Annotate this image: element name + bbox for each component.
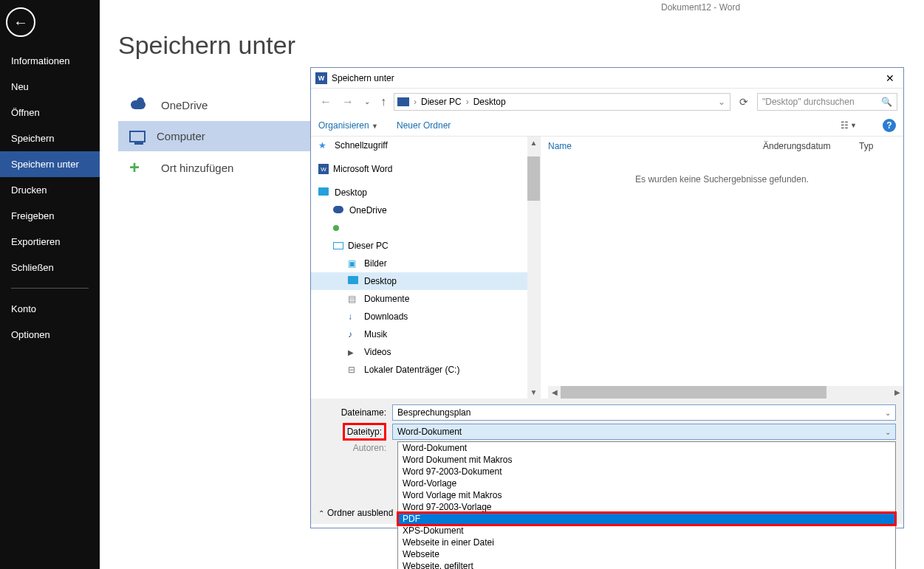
filetype-value: Word-Dokument xyxy=(397,427,462,437)
filetype-dropdown[interactable]: Word-Dokument Word Dokument mit Makros W… xyxy=(397,441,896,569)
tree-dokumente[interactable]: Dokumente xyxy=(311,290,540,308)
cloud-icon xyxy=(129,97,150,112)
tree-bilder[interactable]: Bilder xyxy=(311,255,540,272)
hide-folders-button[interactable]: ⌃ Ordner ausblend xyxy=(318,508,393,518)
filetype-option[interactable]: Word-Vorlage xyxy=(398,477,895,489)
filetype-option[interactable]: Webseite in einer Datei xyxy=(398,537,895,548)
filename-value: Besprechungsplan xyxy=(397,407,470,418)
no-results-text: Es wurden keine Suchergebnisse gefunden. xyxy=(541,174,903,185)
breadcrumb-item[interactable]: Dieser PC xyxy=(421,97,462,107)
music-icon xyxy=(348,329,360,339)
nav-recent-icon[interactable]: ⌄ xyxy=(361,96,373,107)
chevron-down-icon[interactable]: ⌄ xyxy=(716,97,727,107)
filetype-option-pdf[interactable]: PDF xyxy=(398,513,895,525)
sidebar-item-drucken[interactable]: Drucken xyxy=(0,177,100,203)
breadcrumb-item[interactable]: Desktop xyxy=(473,97,506,107)
scroll-right-icon[interactable]: ▶ xyxy=(891,386,903,399)
tree-onedrive[interactable]: OneDrive xyxy=(311,201,540,219)
tree-dieserpc[interactable]: Dieser PC xyxy=(311,237,540,255)
chevron-down-icon: ▼ xyxy=(372,123,378,130)
location-computer[interactable]: Computer xyxy=(118,121,310,151)
filename-label: Dateiname: xyxy=(318,407,392,418)
tree-downloads[interactable]: Downloads xyxy=(311,308,540,325)
filetype-label: Dateityp: xyxy=(318,427,392,437)
sidebar-item-freigeben[interactable]: Freigeben xyxy=(0,203,100,229)
close-icon[interactable]: ✕ xyxy=(881,72,899,84)
filename-row: Dateiname: Besprechungsplan ⌄ xyxy=(318,404,896,421)
tree-msword[interactable]: WMicrosoft Word xyxy=(311,160,540,178)
filetype-row: Dateityp: Word-Dokument ⌄ xyxy=(318,424,896,440)
sidebar-item-exportieren[interactable]: Exportieren xyxy=(0,229,100,255)
sidebar-item-optionen[interactable]: Optionen xyxy=(0,322,100,348)
download-icon xyxy=(348,311,360,322)
sidebar-item-konto[interactable]: Konto xyxy=(0,296,100,322)
filetype-option[interactable]: Webseite, gefiltert xyxy=(398,560,895,569)
dialog-titlebar: W Speichern unter ✕ xyxy=(311,68,903,89)
chevron-up-icon: ⌃ xyxy=(318,509,324,517)
scrollbar-thumb[interactable] xyxy=(527,156,540,201)
page-heading: Speichern unter xyxy=(118,31,295,60)
tree-desktop[interactable]: Desktop xyxy=(311,184,540,201)
scroll-left-icon[interactable]: ◀ xyxy=(548,386,561,399)
sidebar-item-schliessen[interactable]: Schließen xyxy=(0,255,100,280)
location-onedrive[interactable]: OneDrive xyxy=(118,89,310,121)
tree-schnellzugriff[interactable]: Schnellzugriff xyxy=(311,137,540,154)
view-options-button[interactable]: ☷ ▼ xyxy=(841,120,857,131)
scrollbar-track[interactable] xyxy=(561,386,891,399)
nav-forward-icon[interactable]: → xyxy=(339,94,357,110)
tree-musik[interactable]: Musik xyxy=(311,325,540,343)
documents-icon xyxy=(348,294,360,304)
organize-button[interactable]: Organisieren ▼ xyxy=(318,120,378,131)
sidebar-item-speichern[interactable]: Speichern xyxy=(0,125,100,151)
backstage-sidebar: Informationen Neu Öffnen Speichern Speic… xyxy=(0,0,100,569)
folder-icon xyxy=(348,276,360,286)
sidebar-item-speichern-unter[interactable]: Speichern unter xyxy=(0,151,100,177)
col-date[interactable]: Änderungsdatum xyxy=(763,141,859,151)
folder-icon xyxy=(318,187,330,198)
nav-up-icon[interactable]: ↑ xyxy=(377,94,389,110)
scroll-up-icon[interactable]: ▲ xyxy=(527,137,540,149)
scroll-down-icon[interactable]: ▼ xyxy=(527,386,540,399)
filetype-option[interactable]: Word 97-2003-Vorlage xyxy=(398,501,895,513)
sidebar-item-neu[interactable]: Neu xyxy=(0,74,100,100)
filetype-option[interactable]: Word-Dokument xyxy=(398,442,895,454)
sidebar-item-oeffnen[interactable]: Öffnen xyxy=(0,100,100,125)
pc-icon xyxy=(397,97,409,106)
filetype-option[interactable]: Word 97-2003-Dokument xyxy=(398,466,895,477)
video-icon xyxy=(348,347,360,357)
location-label: Ort hinzufügen xyxy=(161,162,233,174)
filetype-option[interactable]: XPS-Dokument xyxy=(398,525,895,537)
nav-back-icon[interactable]: ← xyxy=(317,94,335,110)
col-name[interactable]: Name xyxy=(548,141,763,151)
tree-videos[interactable]: Videos xyxy=(311,343,540,361)
tree-localdisk[interactable]: Lokaler Datenträger (C:) xyxy=(311,361,540,379)
filetype-option[interactable]: Word Dokument mit Makros xyxy=(398,454,895,466)
filetype-option[interactable]: Word Vorlage mit Makros xyxy=(398,489,895,501)
breadcrumb[interactable]: › Dieser PC › Desktop ⌄ xyxy=(394,93,730,111)
refresh-icon[interactable]: ⟳ xyxy=(735,96,753,108)
filetype-select[interactable]: Word-Dokument ⌄ xyxy=(392,424,896,440)
tree-desktop2[interactable]: Desktop xyxy=(311,272,540,290)
sidebar-item-informationen[interactable]: Informationen xyxy=(0,48,100,74)
location-add[interactable]: + Ort hinzufügen xyxy=(118,151,310,184)
chevron-down-icon[interactable]: ⌄ xyxy=(885,409,891,417)
filename-input[interactable]: Besprechungsplan ⌄ xyxy=(392,404,896,421)
file-list-pane: Name Änderungsdatum Typ Es wurden keine … xyxy=(540,137,903,399)
user-icon xyxy=(333,223,345,233)
scrollbar-thumb[interactable] xyxy=(561,386,827,399)
help-icon[interactable]: ? xyxy=(883,119,896,132)
new-folder-button[interactable]: Neuer Ordner xyxy=(397,120,451,131)
chevron-down-icon[interactable]: ⌄ xyxy=(885,428,891,436)
col-type[interactable]: Typ xyxy=(859,141,896,151)
breadcrumb-sep: › xyxy=(465,97,470,107)
tree-user[interactable] xyxy=(311,219,540,237)
search-icon[interactable]: 🔍 xyxy=(881,97,892,107)
horizontal-scrollbar[interactable]: ◀ ▶ xyxy=(548,386,903,399)
back-button[interactable] xyxy=(6,7,35,37)
pc-icon xyxy=(333,242,343,249)
tree-scrollbar[interactable]: ▲ ▼ xyxy=(527,137,540,399)
search-placeholder: "Desktop" durchsuchen xyxy=(762,97,855,107)
cloud-icon xyxy=(333,205,345,215)
filetype-option[interactable]: Webseite xyxy=(398,548,895,560)
search-input[interactable]: "Desktop" durchsuchen 🔍 xyxy=(757,93,897,111)
